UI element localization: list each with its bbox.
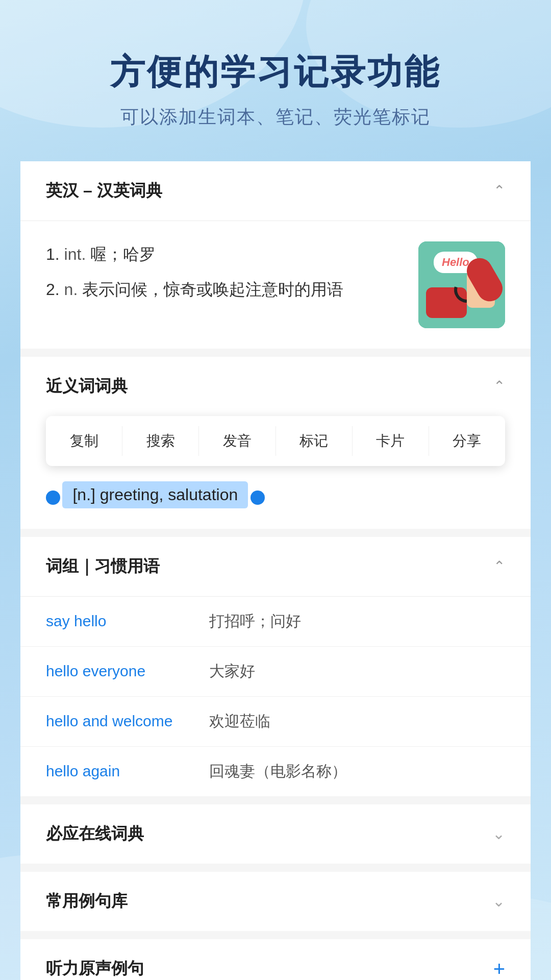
selected-text-area: [n.] greeting, salutation <box>20 476 531 529</box>
header-section: 方便的学习记录功能 可以添加生词本、笔记、荧光笔标记 <box>0 0 551 161</box>
phrase-en-hello-everyone: hello everyone <box>46 663 199 680</box>
selection-handle-left-icon <box>46 491 60 505</box>
phrase-say-hello[interactable]: say hello 打招呼；问好 <box>20 597 531 647</box>
phrase-en-hello-welcome: hello and welcome <box>46 713 199 730</box>
context-pronounce-button[interactable]: 发音 <box>199 426 276 456</box>
sentence-library-label: 常用例句库 <box>46 890 128 913</box>
dict-def-2: 2. n. 表示问候，惊奇或唤起注意时的用语 <box>46 277 403 303</box>
phrase-hello-again[interactable]: hello again 回魂妻（电影名称） <box>20 747 531 796</box>
phrase-zh-hello-again: 回魂妻（电影名称） <box>209 761 347 782</box>
context-share-button[interactable]: 分享 <box>429 426 505 456</box>
online-dict-header[interactable]: 必应在线词典 ⌄ <box>20 804 531 864</box>
context-menu: 复制 搜索 发音 标记 卡片 分享 <box>46 416 505 466</box>
def-2-meaning: 表示问候，惊奇或唤起注意时的用语 <box>82 280 343 299</box>
phrase-en-say-hello: say hello <box>46 612 199 630</box>
def-2-type: n. <box>64 280 78 299</box>
context-search-button[interactable]: 搜索 <box>122 426 199 456</box>
online-dict-chevron-down-icon: ⌄ <box>492 825 505 843</box>
listening-sentences-header[interactable]: 听力原声例句 + <box>20 939 531 980</box>
dict-definitions: 1. int. 喔；哈罗 2. n. 表示问候，惊奇或唤起注意时的用语 <box>46 241 403 312</box>
phrases-header[interactable]: 词组｜习惯用语 ⌃ <box>20 537 531 597</box>
page-subtitle: 可以添加生词本、笔记、荧光笔标记 <box>31 103 520 131</box>
hello-telephone-image: Hello <box>418 241 505 328</box>
synonyms-chevron-up-icon: ⌃ <box>493 378 505 395</box>
context-mark-button[interactable]: 标记 <box>276 426 353 456</box>
listening-sentences-add-icon[interactable]: + <box>493 958 505 980</box>
selection-handle-right-icon <box>251 491 265 505</box>
def-1-number: 1. <box>46 245 60 263</box>
phrases-label: 词组｜习惯用语 <box>46 555 160 578</box>
english-chinese-dict-chevron-up-icon: ⌃ <box>493 182 505 199</box>
def-1-type: int. <box>64 245 86 263</box>
def-1-meaning: 喔；哈罗 <box>90 245 156 263</box>
sentence-library-section: 常用例句库 ⌄ <box>20 872 531 931</box>
online-dict-label: 必应在线词典 <box>46 823 144 845</box>
synonyms-label: 近义词词典 <box>46 375 128 398</box>
phrase-hello-everyone[interactable]: hello everyone 大家好 <box>20 647 531 697</box>
dict-def-1: 1. int. 喔；哈罗 <box>46 241 403 267</box>
main-card: 英汉 – 汉英词典 ⌃ 1. int. 喔；哈罗 2. n. 表示问候，惊奇或唤… <box>20 161 531 980</box>
phrase-zh-hello-everyone: 大家好 <box>209 661 255 682</box>
dict-content-area: 1. int. 喔；哈罗 2. n. 表示问候，惊奇或唤起注意时的用语 Hell… <box>20 221 531 349</box>
phrases-chevron-up-icon: ⌃ <box>493 558 505 575</box>
sentence-library-chevron-down-icon: ⌄ <box>492 892 505 910</box>
listening-sentences-label: 听力原声例句 <box>46 958 144 980</box>
synonyms-header[interactable]: 近义词词典 ⌃ <box>20 357 531 416</box>
english-chinese-dict-header[interactable]: 英汉 – 汉英词典 ⌃ <box>20 161 531 221</box>
context-card-button[interactable]: 卡片 <box>353 426 429 456</box>
listening-sentences-section: 听力原声例句 + <box>20 939 531 980</box>
phrase-en-hello-again: hello again <box>46 763 199 780</box>
english-chinese-dict-label: 英汉 – 汉英词典 <box>46 180 162 202</box>
phrase-zh-say-hello: 打招呼；问好 <box>209 611 301 632</box>
page-title: 方便的学习记录功能 <box>31 51 520 93</box>
def-2-number: 2. <box>46 280 60 299</box>
phrases-section: 词组｜习惯用语 ⌃ say hello 打招呼；问好 hello everyon… <box>20 537 531 796</box>
phrase-zh-hello-welcome: 欢迎莅临 <box>209 711 270 732</box>
phrase-hello-and-welcome[interactable]: hello and welcome 欢迎莅临 <box>20 697 531 747</box>
selected-synonym-text[interactable]: [n.] greeting, salutation <box>62 481 248 508</box>
context-copy-button[interactable]: 复制 <box>46 426 122 456</box>
synonyms-section: 近义词词典 ⌃ 复制 搜索 发音 标记 卡片 分享 [n.] greeting,… <box>20 357 531 529</box>
sentence-library-header[interactable]: 常用例句库 ⌄ <box>20 872 531 931</box>
online-dict-section: 必应在线词典 ⌄ <box>20 804 531 864</box>
